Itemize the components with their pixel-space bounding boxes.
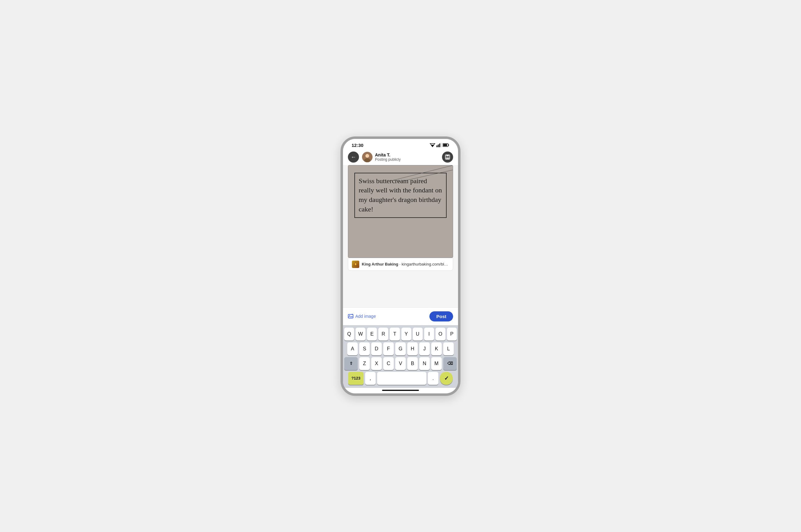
key-k[interactable]: K — [431, 342, 442, 355]
comma-key[interactable]: , — [365, 372, 376, 385]
key-m[interactable]: M — [431, 357, 442, 370]
back-button[interactable]: ← — [348, 152, 359, 163]
svg-line-16 — [397, 170, 453, 182]
key-e[interactable]: E — [367, 328, 377, 341]
status-icons — [430, 143, 450, 147]
home-bar — [382, 390, 419, 391]
post-button[interactable]: Post — [430, 311, 453, 322]
keyboard-row-1: Q W E R T Y U I O P — [344, 328, 457, 341]
add-image-icon — [348, 314, 353, 319]
key-w[interactable]: W — [356, 328, 365, 341]
post-card-inner: Swiss buttercream paired really well wit… — [348, 165, 453, 258]
keyboard-row-3: ⇧ Z X C V B N M ⌫ — [344, 357, 457, 370]
wifi-icon — [430, 143, 435, 147]
svg-rect-2 — [436, 145, 437, 147]
battery-icon — [443, 143, 450, 147]
toolbar: Add image Post — [343, 307, 458, 325]
svg-rect-14 — [446, 157, 449, 159]
backspace-key[interactable]: ⌫ — [443, 357, 457, 370]
svg-rect-13 — [446, 155, 449, 156]
save-button[interactable] — [442, 152, 453, 163]
source-name: King Arthur Baking — [362, 262, 398, 266]
user-text: Anita T. Posting publicly — [375, 152, 401, 162]
home-indicator — [343, 388, 458, 393]
crown-icon — [353, 262, 358, 267]
key-a[interactable]: A — [347, 342, 358, 355]
add-image-button[interactable]: Add image — [348, 314, 376, 319]
source-text: King Arthur Baking · kingarthurbaking.co… — [362, 262, 449, 266]
key-s[interactable]: S — [359, 342, 370, 355]
period-key[interactable]: . — [428, 372, 438, 385]
key-g[interactable]: G — [395, 342, 406, 355]
user-name: Anita T. — [375, 152, 401, 157]
key-j[interactable]: J — [419, 342, 430, 355]
svg-rect-7 — [449, 145, 449, 146]
svg-rect-4 — [439, 144, 440, 147]
svg-rect-3 — [438, 145, 439, 147]
key-q[interactable]: Q — [344, 328, 354, 341]
save-icon — [444, 154, 451, 160]
confirm-key[interactable]: ✓ — [440, 372, 453, 385]
user-info: Anita T. Posting publicly — [362, 152, 401, 162]
key-i[interactable]: I — [424, 328, 434, 341]
key-l[interactable]: L — [443, 342, 454, 355]
key-r[interactable]: R — [378, 328, 388, 341]
source-icon — [352, 261, 359, 268]
svg-rect-8 — [443, 144, 447, 146]
key-o[interactable]: O — [436, 328, 445, 341]
key-x[interactable]: X — [371, 357, 382, 370]
svg-marker-17 — [354, 262, 358, 266]
keyboard: Q W E R T Y U I O P A S D F G H J K L ⇧ … — [343, 325, 458, 388]
status-time: 12:30 — [351, 142, 363, 148]
source-url: kingarthurbaking.com/blo... — [402, 262, 449, 266]
phone-shell: 12:30 ← — [341, 136, 460, 396]
diagonal-decoration — [385, 165, 453, 182]
keyboard-row-2: A S D F G H J K L — [344, 342, 457, 355]
key-v[interactable]: V — [395, 357, 406, 370]
header-left: ← Anita T. Posting publicly — [348, 152, 401, 163]
key-z[interactable]: Z — [359, 357, 370, 370]
key-y[interactable]: Y — [401, 328, 411, 341]
key-h[interactable]: H — [407, 342, 418, 355]
shift-key[interactable]: ⇧ — [344, 357, 358, 370]
signal-icon — [436, 143, 441, 147]
add-image-label: Add image — [355, 314, 376, 319]
num-key[interactable]: ?123 — [348, 372, 364, 385]
source-bar[interactable]: King Arthur Baking · kingarthurbaking.co… — [348, 258, 453, 271]
key-u[interactable]: U — [413, 328, 423, 341]
key-b[interactable]: B — [407, 357, 418, 370]
post-card: Swiss buttercream paired really well wit… — [348, 165, 453, 258]
svg-rect-5 — [441, 143, 442, 147]
svg-point-10 — [365, 154, 369, 158]
status-bar: 12:30 — [343, 139, 458, 149]
key-d[interactable]: D — [371, 342, 382, 355]
svg-line-15 — [385, 165, 453, 182]
app-header: ← Anita T. Posting publicly — [343, 149, 458, 165]
avatar — [362, 152, 372, 162]
content-area: Swiss buttercream paired really well wit… — [343, 165, 458, 307]
key-f[interactable]: F — [383, 342, 394, 355]
key-c[interactable]: C — [383, 357, 394, 370]
back-arrow-icon: ← — [351, 154, 356, 160]
keyboard-row-4: ?123 , . ✓ — [344, 372, 457, 385]
source-separator: · — [399, 262, 401, 266]
user-status: Posting publicly — [375, 157, 401, 162]
key-n[interactable]: N — [419, 357, 430, 370]
space-key[interactable] — [377, 372, 426, 385]
avatar-image — [362, 152, 372, 162]
key-t[interactable]: T — [390, 328, 400, 341]
key-p[interactable]: P — [447, 328, 457, 341]
